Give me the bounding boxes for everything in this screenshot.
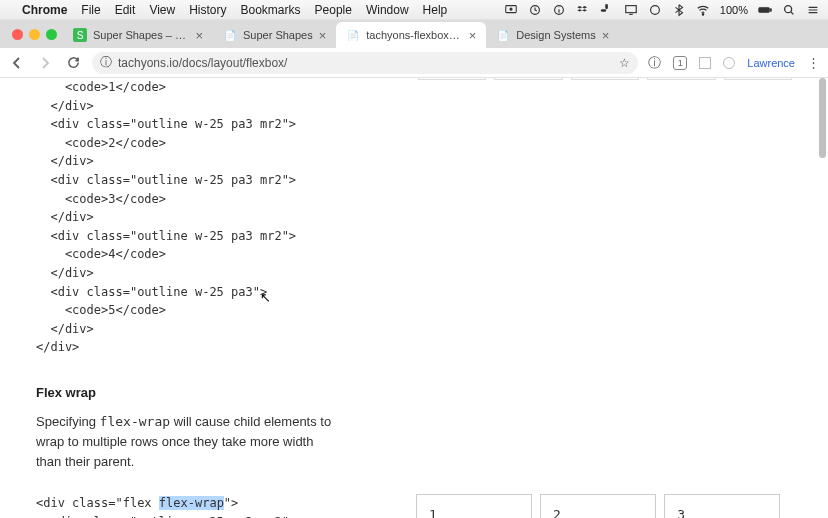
tab-close-icon[interactable]: × xyxy=(319,28,327,43)
window-controls xyxy=(6,20,63,48)
svg-rect-10 xyxy=(770,8,771,11)
tab-supershapes-superhi[interactable]: S Super Shapes – SuperHi × xyxy=(63,22,213,48)
forward-button[interactable] xyxy=(36,54,54,72)
highlighted-text: flex-wrap xyxy=(159,496,224,510)
svg-point-8 xyxy=(702,13,703,14)
bluetooth-icon[interactable] xyxy=(672,3,686,17)
tab-title: Super Shapes – SuperHi xyxy=(93,29,189,41)
dropbox-icon[interactable] xyxy=(576,3,590,17)
section-description-flex-wrap: Specifying flex-wrap will cause child el… xyxy=(36,412,336,472)
favicon-icon: 📄 xyxy=(496,28,510,42)
info-icon[interactable] xyxy=(552,3,566,17)
menu-edit[interactable]: Edit xyxy=(115,3,136,17)
reload-button[interactable] xyxy=(64,54,82,72)
site-info-icon[interactable]: ⓘ xyxy=(100,54,112,71)
tab-title: Design Systems xyxy=(516,29,595,41)
url-text: tachyons.io/docs/layout/flexbox/ xyxy=(118,56,287,70)
macos-menubar: Chrome File Edit View History Bookmarks … xyxy=(0,0,828,20)
svg-rect-5 xyxy=(601,9,606,12)
scrollbar-track[interactable] xyxy=(814,78,828,518)
wifi-icon[interactable] xyxy=(696,3,710,17)
demo-box: 1 xyxy=(416,494,532,518)
menu-help[interactable]: Help xyxy=(423,3,448,17)
tab-design-systems[interactable]: 📄 Design Systems × xyxy=(486,22,619,48)
chrome-menu-icon[interactable]: ⋮ xyxy=(807,55,820,70)
spotlight-icon[interactable] xyxy=(782,3,796,17)
menu-history[interactable]: History xyxy=(189,3,226,17)
demo-remnant-row xyxy=(418,78,792,80)
code-snippet-top[interactable]: <code>1</code> </div> <div class="outlin… xyxy=(36,78,792,357)
extension-circle-icon[interactable] xyxy=(723,57,735,69)
app-name[interactable]: Chrome xyxy=(22,3,67,17)
window-close-button[interactable] xyxy=(12,29,23,40)
tab-close-icon[interactable]: × xyxy=(602,28,610,43)
circle-icon[interactable] xyxy=(528,3,542,17)
tab-close-icon[interactable]: × xyxy=(195,28,203,43)
menu-window[interactable]: Window xyxy=(366,3,409,17)
screen-share-icon[interactable] xyxy=(504,3,518,17)
menu-view[interactable]: View xyxy=(149,3,175,17)
display-icon[interactable] xyxy=(648,3,662,17)
screen-icon[interactable] xyxy=(624,3,638,17)
svg-point-1 xyxy=(510,8,512,10)
tab-close-icon[interactable]: × xyxy=(469,28,477,43)
tab-title: tachyons-flexbox / Layout / Do xyxy=(366,29,462,41)
tab-tachyons-flexbox[interactable]: 📄 tachyons-flexbox / Layout / Do × xyxy=(336,22,486,48)
favicon-icon: S xyxy=(73,28,87,42)
code-snippet-flex-wrap[interactable]: <div class="flex flex-wrap"> <div class=… xyxy=(36,494,376,518)
tab-supershapes[interactable]: 📄 Super Shapes × xyxy=(213,22,336,48)
svg-rect-4 xyxy=(605,3,608,8)
battery-icon[interactable] xyxy=(758,3,772,17)
menu-file[interactable]: File xyxy=(81,3,100,17)
menu-bookmarks[interactable]: Bookmarks xyxy=(241,3,301,17)
star-bookmark-icon[interactable]: ☆ xyxy=(619,56,630,70)
demo-box: 3 xyxy=(664,494,780,518)
favicon-icon: 📄 xyxy=(346,28,360,42)
window-zoom-button[interactable] xyxy=(46,29,57,40)
svg-point-7 xyxy=(650,5,659,14)
flex-wrap-demo: 1 2 3 4 5 xyxy=(416,494,792,518)
demo-box: 2 xyxy=(540,494,656,518)
scrollbar-thumb[interactable] xyxy=(819,78,826,158)
chrome-toolbar: ⓘ tachyons.io/docs/layout/flexbox/ ☆ ⓘ 1… xyxy=(0,48,828,78)
control-center-icon[interactable] xyxy=(806,3,820,17)
section-heading-flex-wrap: Flex wrap xyxy=(36,385,792,400)
svg-point-11 xyxy=(785,5,792,12)
svg-rect-9 xyxy=(759,7,770,12)
tab-title: Super Shapes xyxy=(243,29,313,41)
address-bar[interactable]: ⓘ tachyons.io/docs/layout/flexbox/ ☆ xyxy=(92,52,638,74)
extension-onepassword-icon[interactable]: 1 xyxy=(673,56,687,70)
extensions-info-icon[interactable]: ⓘ xyxy=(648,54,661,72)
back-button[interactable] xyxy=(8,54,26,72)
menu-people[interactable]: People xyxy=(315,3,352,17)
extension-square-icon[interactable] xyxy=(699,57,711,69)
favicon-icon: 📄 xyxy=(223,28,237,42)
profile-button[interactable]: Lawrence xyxy=(747,57,795,69)
svg-rect-6 xyxy=(626,5,637,12)
page-viewport[interactable]: <code>1</code> </div> <div class="outlin… xyxy=(0,78,828,518)
slack-icon[interactable] xyxy=(600,3,614,17)
chrome-tabstrip: S Super Shapes – SuperHi × 📄 Super Shape… xyxy=(0,20,828,48)
battery-percent: 100% xyxy=(720,4,748,16)
window-minimize-button[interactable] xyxy=(29,29,40,40)
